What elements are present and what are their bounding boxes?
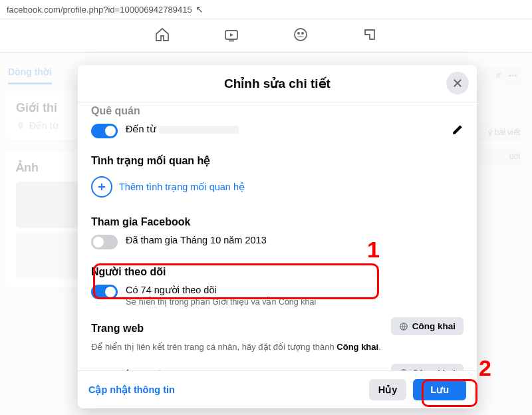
section-hometown-title: Quê quán bbox=[91, 105, 464, 117]
groups-icon[interactable] bbox=[293, 27, 309, 45]
cancel-button[interactable]: Hủy bbox=[369, 379, 407, 400]
update-info-link[interactable]: Cập nhật thông tin bbox=[88, 384, 362, 395]
globe-icon bbox=[399, 322, 408, 331]
section-joined-title: Tham gia Facebook bbox=[91, 216, 464, 228]
save-button[interactable]: Lưu bbox=[413, 379, 466, 400]
followers-sub: Sẽ hiển thị trong phần Giới thiệu và vẫn… bbox=[126, 297, 464, 307]
close-button[interactable] bbox=[446, 72, 469, 94]
svg-point-4 bbox=[301, 32, 304, 35]
section-relationship-title: Tình trạng mối quan hệ bbox=[91, 154, 464, 167]
cursor-icon: ↖ bbox=[196, 4, 203, 15]
url-text: facebook.com/profile.php?id=100006942789… bbox=[7, 5, 192, 15]
close-icon bbox=[452, 77, 464, 89]
section-followers-title: Người theo dõi bbox=[91, 265, 464, 278]
top-nav bbox=[0, 19, 532, 53]
toggle-followers[interactable] bbox=[91, 285, 118, 299]
url-bar: facebook.com/profile.php?id=100006942789… bbox=[0, 0, 532, 19]
social-audience-button[interactable]: Công khai bbox=[391, 364, 464, 370]
toggle-joined[interactable] bbox=[91, 235, 118, 249]
gaming-icon[interactable] bbox=[362, 27, 378, 45]
website-audience-button[interactable]: Công khai bbox=[391, 317, 464, 335]
modal-title: Chỉnh sửa chi tiết bbox=[88, 76, 466, 91]
svg-point-3 bbox=[297, 32, 300, 35]
website-desc: Để hiển thị liên kết trên trang cá nhân,… bbox=[91, 341, 384, 353]
home-icon[interactable] bbox=[154, 27, 170, 45]
edit-details-modal: Chỉnh sửa chi tiết Quê quán Đến từ Tình … bbox=[78, 65, 477, 408]
redacted-text bbox=[159, 126, 239, 134]
add-relationship-button[interactable]: Thêm tình trạng mối quan hệ bbox=[91, 174, 464, 200]
modal-body[interactable]: Quê quán Đến từ Tình trạng mối quan hệ T… bbox=[78, 102, 477, 370]
hometown-from: Đến từ bbox=[126, 124, 156, 134]
section-website-title: Trang web bbox=[91, 323, 384, 335]
toggle-hometown[interactable] bbox=[91, 124, 118, 138]
watch-icon[interactable] bbox=[223, 27, 239, 45]
modal-footer: Cập nhật thông tin Hủy Lưu bbox=[78, 370, 477, 408]
modal-header: Chỉnh sửa chi tiết bbox=[78, 65, 477, 102]
joined-label: Đã tham gia Tháng 10 năm 2013 bbox=[126, 235, 464, 245]
svg-point-2 bbox=[295, 29, 307, 41]
followers-main: Có 74 người theo dõi bbox=[126, 285, 464, 295]
edit-hometown-button[interactable] bbox=[452, 124, 464, 138]
add-relationship-label: Thêm tình trạng mối quan hệ bbox=[119, 182, 245, 192]
plus-icon bbox=[96, 181, 108, 193]
